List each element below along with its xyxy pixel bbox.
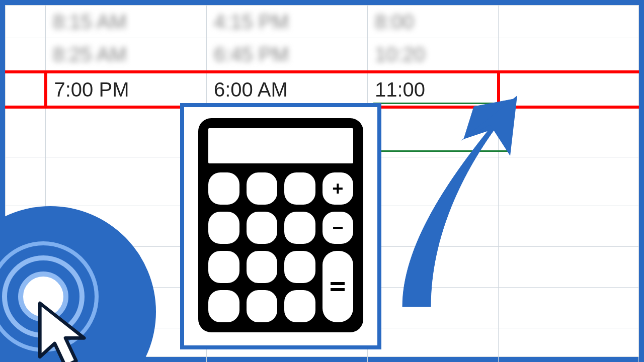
cell-duration: 11:00 [368, 72, 499, 107]
calculator-keypad: + − [208, 172, 353, 322]
cell-start-time: 7:00 PM [46, 72, 207, 107]
cell-empty [499, 6, 639, 38]
cell-duration: 10:20 [368, 38, 499, 72]
calc-key [284, 172, 315, 205]
blurred-row: 8:15 AM 4:15 PM 8:00 [6, 6, 639, 38]
cell-end-time: 6:00 AM [207, 72, 368, 107]
calc-key [247, 172, 278, 205]
calc-key [208, 212, 239, 244]
calc-key [208, 290, 239, 322]
calc-key-minus: − [323, 212, 354, 244]
row-gutter [6, 38, 46, 72]
calc-key [208, 251, 239, 283]
calc-key [247, 212, 278, 244]
row-gutter [6, 6, 46, 38]
calc-key [247, 290, 278, 322]
blurred-row: 8:25 AM 6:45 PM 10:20 [6, 38, 639, 72]
cursor-icon [30, 299, 101, 362]
calc-key [284, 290, 315, 322]
calculator-icon: + − [198, 118, 363, 332]
calculator-display [208, 128, 353, 163]
cell-start-time: 8:15 AM [46, 6, 207, 38]
cell-empty [499, 38, 639, 72]
row-gutter [6, 72, 46, 107]
cell-duration: 8:00 [368, 6, 499, 38]
calc-key [208, 172, 239, 205]
calc-key [284, 251, 315, 283]
calc-key-equals [323, 251, 354, 322]
calc-key [284, 212, 315, 244]
cell-empty [499, 72, 639, 107]
calc-key [247, 251, 278, 283]
cell-start-time: 8:25 AM [46, 38, 207, 72]
cell-end-time: 6:45 PM [207, 38, 368, 72]
calc-key-plus: + [323, 172, 354, 205]
highlighted-row: 7:00 PM 6:00 AM 11:00 [6, 72, 639, 107]
calculator-card: + − [180, 103, 381, 349]
cell-end-time: 4:15 PM [207, 6, 368, 38]
